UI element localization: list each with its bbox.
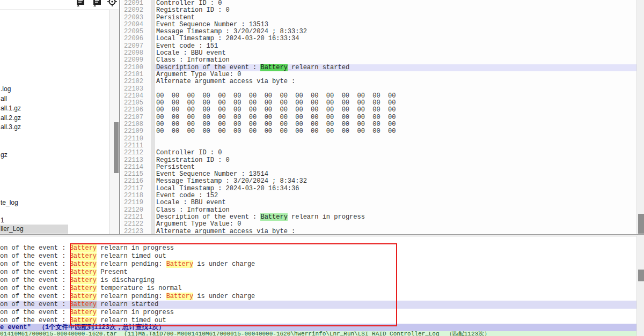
search-summary-row[interactable]: e event" （1个文件中匹配到1123次，总计查找1次） — [0, 324, 636, 331]
log-line[interactable]: 22093Persistent — [121, 14, 636, 21]
line-text: Persistent — [155, 164, 636, 171]
result-row[interactable]: on of the event : Battery Present — [0, 268, 128, 277]
log-line[interactable]: 22095Message Timestamp : 3/20/2024 ; 8:3… — [121, 28, 636, 35]
export-log-icon[interactable] — [75, 0, 86, 6]
line-number: 22116 — [121, 178, 151, 185]
file-tree-scrollbar[interactable] — [109, 10, 119, 234]
sidebar-item-file[interactable]: te_log — [0, 198, 18, 207]
log-line[interactable]: 2210500 00 00 00 00 00 00 00 00 00 00 00… — [121, 100, 636, 107]
line-number: 22093 — [121, 14, 151, 21]
line-text: 00 00 00 00 00 00 00 00 00 00 00 00 00 0… — [155, 128, 636, 135]
log-line[interactable]: 2210900 00 00 00 00 00 00 00 00 00 00 00… — [121, 128, 636, 135]
sidebar-item-file[interactable]: all.3.gz — [0, 123, 21, 132]
result-row[interactable]: on of the event : Battery relearn starte… — [0, 301, 636, 309]
fold-margin — [151, 150, 155, 156]
line-text: Description of the event : Battery relea… — [155, 214, 636, 221]
line-number: 22102 — [121, 78, 151, 85]
log-line[interactable]: 22101Argument Type Value: 0 — [121, 71, 636, 78]
result-row[interactable]: on of the event : Battery relearn timed … — [0, 252, 166, 260]
fold-margin — [151, 178, 155, 185]
log-line[interactable]: 22116Message Timestamp : 3/20/2024 ; 8:3… — [121, 178, 636, 185]
log-line[interactable]: 22092Registration ID : 0 — [121, 7, 636, 14]
log-line[interactable]: 22111 — [121, 143, 636, 150]
log-line[interactable]: 22123Alternate argument access via byte … — [121, 228, 636, 235]
fold-margin — [151, 43, 155, 50]
line-text: Event code : 152 — [155, 192, 636, 199]
line-number: 22111 — [121, 143, 151, 150]
log-line[interactable]: 2210400 00 00 00 00 00 00 00 00 00 00 00… — [121, 93, 636, 100]
search-file-path-row[interactable]: 01410M617000015-00040000-1620.tar (11)Ma… — [0, 331, 636, 336]
result-row[interactable]: on of the event : Battery relearn pendin… — [0, 260, 255, 268]
export-log-icon[interactable] — [92, 0, 103, 6]
log-line[interactable]: 22102Alternate argument access via byte … — [121, 78, 636, 85]
fold-margin — [151, 100, 155, 107]
sidebar-item-file[interactable]: 1 — [0, 216, 4, 225]
log-line[interactable]: 22121Description of the event : Battery … — [121, 214, 636, 221]
fold-margin — [151, 114, 155, 121]
log-line[interactable]: 22117Local Timestamp : 2024-03-20 16:34:… — [121, 185, 636, 192]
fold-margin — [151, 57, 155, 64]
sidebar-item-file[interactable]: ller_Log — [0, 225, 68, 234]
fold-margin — [151, 107, 155, 114]
log-line[interactable]: 22114Persistent — [121, 164, 636, 171]
log-line[interactable]: 22112Controller ID : 0 — [121, 150, 636, 156]
line-text — [155, 136, 636, 143]
log-editor[interactable]: 22091Controller ID : 022092Registration … — [121, 0, 636, 234]
result-row[interactable]: on of the event : Battery relearn in pro… — [0, 244, 174, 252]
log-line[interactable]: 22097Event code : 151 — [121, 43, 636, 50]
file-tree-scrollbar-thumb[interactable] — [114, 122, 119, 173]
line-number: 22106 — [121, 107, 151, 114]
result-row[interactable]: on of the event : Battery temperature is… — [0, 285, 181, 293]
editor-scrollbar-thumb[interactable] — [638, 214, 644, 234]
line-number: 22107 — [121, 114, 151, 121]
result-row[interactable]: on of the event : Battery relearn in pro… — [0, 309, 174, 317]
editor-scrollbar[interactable] — [636, 0, 644, 234]
sidebar-toolbar — [0, 0, 119, 10]
sidebar-item-file[interactable]: all — [0, 94, 7, 103]
sidebar-item-file[interactable]: all.1.gz — [0, 104, 21, 113]
line-number: 22117 — [121, 185, 151, 192]
log-line[interactable]: 22119Locale : BBU event — [121, 199, 636, 206]
log-line[interactable]: 22091Controller ID : 0 — [121, 0, 636, 7]
line-text: Class : Information — [155, 57, 636, 64]
log-line[interactable]: 22120Class : Information — [121, 207, 636, 214]
line-text: 00 00 00 00 00 00 00 00 00 00 00 00 00 0… — [155, 107, 636, 114]
log-line[interactable]: 22110 — [121, 136, 636, 143]
line-number: 22092 — [121, 7, 151, 14]
log-line[interactable]: 22113Registration ID : 0 — [121, 157, 636, 164]
line-text: Event code : 151 — [155, 43, 636, 50]
log-line[interactable]: 22098Locale : BBU event — [121, 50, 636, 57]
line-text: Persistent — [155, 14, 636, 21]
target-icon[interactable] — [107, 0, 117, 6]
line-text: Controller ID : 0 — [155, 150, 636, 156]
log-line[interactable]: 22103 — [121, 86, 636, 93]
log-line[interactable]: 22115Event Sequence Number : 13514 — [121, 171, 636, 178]
fold-margin — [151, 21, 155, 28]
sidebar-item-file[interactable]: all.2.gz — [0, 114, 21, 123]
log-line[interactable]: 22118Event code : 152 — [121, 192, 636, 199]
log-line[interactable]: 22096Local Timestamp : 2024-03-20 16:33:… — [121, 35, 636, 42]
log-line[interactable]: 22094Event Sequence Number : 13513 — [121, 21, 636, 28]
fold-margin — [151, 136, 155, 143]
log-line[interactable]: 2210800 00 00 00 00 00 00 00 00 00 00 00… — [121, 121, 636, 128]
line-text: Local Timestamp : 2024-03-20 16:34:36 — [155, 185, 636, 192]
result-row[interactable]: on of the event : Battery is discharging — [0, 277, 155, 285]
log-line[interactable]: 2210700 00 00 00 00 00 00 00 00 00 00 00… — [121, 114, 636, 121]
result-row[interactable]: on of the event : Battery relearn pendin… — [0, 293, 255, 301]
line-text — [155, 143, 636, 150]
log-line[interactable]: 22099Class : Information — [121, 57, 636, 64]
log-line[interactable]: 22100Description of the event : Battery_… — [121, 64, 636, 71]
sidebar-divider — [120, 0, 120, 234]
line-number: 22109 — [121, 128, 151, 135]
sidebar-item-file[interactable]: .log — [0, 85, 11, 94]
log-line[interactable]: 22122Argument Type Value: 0 — [121, 221, 636, 228]
line-number: 22099 — [121, 57, 151, 64]
sidebar-item-file[interactable]: gz — [0, 151, 8, 160]
fold-margin — [151, 78, 155, 85]
results-scrollbar[interactable] — [636, 236, 644, 336]
fold-margin — [151, 121, 155, 128]
log-line[interactable]: 2210600 00 00 00 00 00 00 00 00 00 00 00… — [121, 107, 636, 114]
line-number: 22120 — [121, 207, 151, 214]
line-number: 22098 — [121, 50, 151, 57]
results-scrollbar-thumb[interactable] — [638, 270, 644, 281]
